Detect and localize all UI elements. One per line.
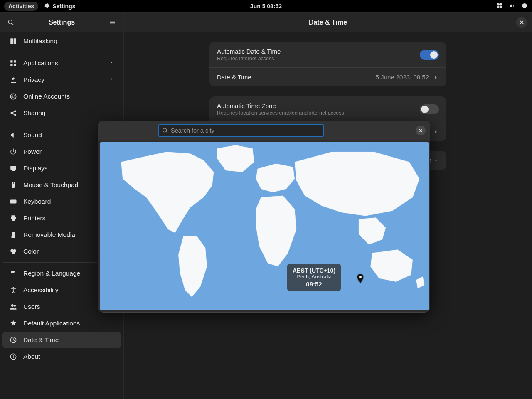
timezone-popover: ✕ bbox=[98, 121, 430, 313]
sidebar-item-label: About bbox=[23, 353, 40, 360]
search-icon bbox=[162, 128, 168, 134]
svg-rect-2 bbox=[14, 38, 16, 44]
clock[interactable]: Jun 5 08:52 bbox=[250, 3, 282, 10]
world-map-svg bbox=[100, 142, 429, 310]
row-label: Automatic Date & Time bbox=[217, 48, 420, 55]
sidebar-item-label: Sharing bbox=[23, 109, 45, 117]
switch-automatic-time-zone[interactable] bbox=[420, 104, 439, 114]
region-icon bbox=[9, 269, 17, 278]
privacy-icon bbox=[9, 76, 17, 84]
timezone-popover-close-button[interactable]: ✕ bbox=[416, 126, 426, 135]
sidebar-item-online-accounts[interactable]: @Online Accounts bbox=[2, 88, 121, 105]
sidebar-item-label: Power bbox=[23, 148, 42, 155]
svg-rect-1 bbox=[10, 38, 13, 44]
search-button[interactable] bbox=[5, 17, 17, 28]
datetime-card-1: Automatic Date & Time Requires internet … bbox=[209, 42, 446, 86]
timezone-search-input[interactable] bbox=[171, 127, 320, 134]
svg-point-20 bbox=[13, 287, 14, 288]
sidebar-item-applications[interactable]: Applications bbox=[2, 55, 121, 71]
sidebar-item-label: Printers bbox=[23, 214, 45, 222]
sidebar-item-multitasking[interactable]: Multitasking bbox=[2, 33, 121, 49]
svg-point-28 bbox=[359, 276, 362, 278]
sidebar-item-label: Accessibility bbox=[23, 286, 58, 294]
row-date-time[interactable]: Date & Time 5 June 2023, 08:52 bbox=[209, 67, 446, 86]
network-icon bbox=[496, 2, 503, 10]
volume-icon bbox=[509, 2, 515, 10]
removable-icon bbox=[9, 231, 17, 239]
sidebar-item-label: Displays bbox=[23, 165, 48, 172]
svg-rect-5 bbox=[10, 64, 12, 66]
sidebar-item-label: Date & Time bbox=[23, 336, 59, 344]
sidebar-item-label: Color bbox=[23, 248, 39, 255]
svg-rect-15 bbox=[12, 232, 15, 236]
svg-rect-3 bbox=[10, 60, 12, 62]
sidebar-item-privacy[interactable]: Privacy bbox=[2, 71, 121, 88]
timezone-world-map[interactable]: AEST (UTC+10) Perth, Australia 08:52 bbox=[100, 142, 429, 310]
svg-point-19 bbox=[12, 251, 15, 254]
sidebar-item-label: Users bbox=[23, 303, 40, 310]
sidebar-separator bbox=[3, 52, 120, 52]
sidebar-item-label: Region & Language bbox=[23, 270, 80, 277]
mouse-icon bbox=[9, 181, 17, 189]
svg-rect-4 bbox=[14, 60, 16, 62]
sidebar-item-default-applications[interactable]: Default Applications bbox=[2, 315, 121, 332]
activities-button[interactable]: Activities bbox=[4, 2, 38, 11]
app-indicator[interactable]: Settings bbox=[43, 2, 75, 10]
chevron-down-icon bbox=[433, 158, 439, 163]
sidebar-item-label: Mouse & Touchpad bbox=[23, 181, 78, 189]
sidebar-item-label: Keyboard bbox=[23, 198, 51, 205]
sidebar-item-label: Removable Media bbox=[23, 231, 75, 239]
row-automatic-date-time: Automatic Date & Time Requires internet … bbox=[209, 42, 446, 67]
power-icon bbox=[9, 148, 17, 156]
svg-rect-6 bbox=[14, 64, 16, 66]
apps-icon bbox=[9, 59, 17, 67]
power-icon bbox=[521, 2, 528, 10]
close-window-button[interactable]: ✕ bbox=[516, 17, 527, 28]
datetime-icon bbox=[9, 336, 17, 344]
sidebar-item-sharing[interactable]: Sharing bbox=[2, 105, 121, 121]
sharing-icon bbox=[9, 109, 17, 117]
row-sublabel: Requires location services enabled and i… bbox=[217, 110, 420, 116]
displays-icon bbox=[9, 164, 17, 172]
sidebar-item-date-time[interactable]: Date & Time bbox=[2, 332, 121, 348]
switch-automatic-date-time[interactable] bbox=[420, 50, 439, 60]
chevron-right-icon bbox=[433, 74, 439, 80]
sidebar-item-label: Multitasking bbox=[23, 37, 57, 45]
sidebar-title: Settings bbox=[17, 19, 107, 26]
system-tray[interactable] bbox=[496, 2, 528, 10]
printers-icon bbox=[9, 214, 17, 222]
page-title: Date & Time bbox=[309, 19, 347, 26]
chevron-right-icon bbox=[433, 129, 439, 135]
chevron-right-icon bbox=[108, 59, 114, 67]
gear-icon bbox=[43, 2, 50, 10]
chevron-right-icon bbox=[108, 76, 114, 84]
row-automatic-time-zone: Automatic Time Zone Requires location se… bbox=[209, 96, 446, 122]
svg-point-25 bbox=[13, 355, 14, 356]
multitasking-icon bbox=[9, 37, 17, 45]
sound-icon bbox=[9, 131, 17, 139]
svg-text:@: @ bbox=[11, 94, 16, 99]
app-name: Settings bbox=[52, 3, 75, 10]
row-label: Date & Time bbox=[217, 74, 376, 81]
sidebar-item-label: Online Accounts bbox=[23, 93, 70, 100]
sidebar-item-label: Applications bbox=[23, 59, 58, 67]
row-sublabel: Requires internet access bbox=[217, 56, 420, 62]
online-icon: @ bbox=[9, 92, 17, 101]
color-icon bbox=[9, 247, 17, 256]
timezone-popover-header: ✕ bbox=[98, 121, 430, 140]
timezone-search-field[interactable] bbox=[158, 124, 324, 137]
defaults-icon bbox=[9, 319, 17, 328]
hamburger-menu-button[interactable] bbox=[107, 17, 118, 28]
svg-rect-16 bbox=[12, 236, 15, 238]
svg-rect-26 bbox=[13, 356, 14, 358]
sidebar-item-about[interactable]: About bbox=[2, 348, 121, 365]
sidebar-item-label: Privacy bbox=[23, 76, 44, 84]
svg-rect-14 bbox=[10, 200, 17, 204]
users-icon bbox=[9, 303, 17, 311]
row-value: 5 June 2023, 08:52 bbox=[376, 74, 429, 81]
main-header: Date & Time ✕ bbox=[124, 13, 532, 32]
svg-point-22 bbox=[14, 305, 16, 307]
about-icon bbox=[9, 352, 17, 361]
svg-point-21 bbox=[11, 304, 14, 307]
keyboard-icon bbox=[9, 197, 17, 206]
